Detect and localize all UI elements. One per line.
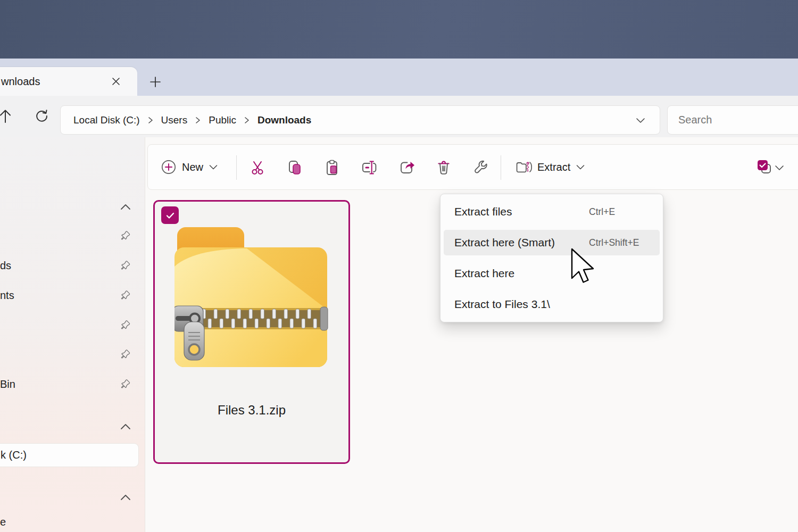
window-titlebar — [0, 0, 798, 59]
sidebar-item-recycle-bin[interactable]: Bin — [0, 372, 145, 396]
tab-close-button[interactable] — [109, 74, 123, 89]
chevron-up-icon — [120, 494, 131, 501]
navigate-up-button[interactable] — [0, 104, 17, 128]
wrench-icon — [472, 159, 489, 176]
sidebar-item-label: nts — [0, 284, 14, 307]
section-collapse-button[interactable] — [118, 492, 133, 503]
up-arrow-icon — [0, 108, 13, 124]
files-app-window: wnloads Local Disk (C: — [0, 0, 798, 532]
plus-circle-icon — [161, 159, 177, 175]
sidebar-item-label[interactable]: e — [0, 516, 6, 528]
navigation-bar: Local Disk (C:) Users Public Downloads S… — [0, 96, 798, 138]
copy-button[interactable] — [283, 156, 306, 179]
cut-button[interactable] — [246, 156, 269, 179]
rename-icon — [360, 159, 378, 176]
pin-icon[interactable] — [119, 289, 131, 301]
rename-button[interactable] — [357, 156, 380, 179]
breadcrumb-local-disk[interactable]: Local Disk (C:) — [73, 114, 140, 126]
address-dropdown-button[interactable] — [635, 117, 646, 124]
tab-bar: wnloads — [0, 59, 798, 96]
toolbar: New — [147, 144, 798, 190]
refresh-icon — [34, 108, 49, 124]
extract-button-label: Extract — [537, 161, 570, 173]
share-button[interactable] — [395, 156, 418, 179]
sidebar-item-label: Bin — [0, 372, 15, 396]
extract-button[interactable]: Extract — [515, 145, 585, 189]
section-collapse-button[interactable] — [118, 421, 133, 432]
share-icon — [398, 159, 415, 176]
sidebar-item-label: ds — [0, 254, 11, 277]
file-tile-files-zip[interactable]: Files 3.1.zip — [153, 200, 350, 464]
section-collapse-button[interactable] — [118, 202, 133, 212]
paste-button[interactable] — [320, 156, 344, 179]
cut-scissors-icon — [249, 159, 266, 176]
delete-button[interactable] — [432, 156, 455, 179]
search-input[interactable]: Search — [667, 105, 798, 135]
toolbar-separator — [236, 155, 237, 180]
toolbar-separator — [501, 155, 501, 180]
address-bar[interactable]: Local Disk (C:) Users Public Downloads — [60, 105, 660, 135]
search-placeholder: Search — [678, 114, 712, 126]
menu-item-label: Extract files — [454, 196, 512, 227]
menu-item-shortcut: Ctrl+Shift+E — [589, 227, 639, 258]
sidebar-item[interactable] — [0, 313, 145, 337]
menu-item-extract-to-folder[interactable]: Extract to Files 3.1\ — [440, 289, 663, 320]
tab-downloads[interactable]: wnloads — [0, 67, 137, 96]
menu-item-shortcut: Ctrl+E — [589, 196, 615, 227]
main-content: New — [145, 137, 798, 532]
new-button-label: New — [182, 161, 203, 173]
chevron-down-icon — [774, 164, 785, 171]
refresh-button[interactable] — [30, 104, 53, 128]
sidebar: ds nts Bin — [0, 137, 145, 532]
check-icon — [165, 210, 176, 221]
breadcrumb-chevron-icon[interactable] — [147, 116, 154, 124]
extract-zip-folder-icon — [515, 159, 532, 176]
selection-dropdown-button[interactable] — [770, 156, 788, 179]
menu-item-label: Extract here — [454, 258, 514, 289]
close-icon — [111, 77, 121, 86]
sidebar-item-label: k (C:) — [1, 444, 27, 467]
breadcrumb-public[interactable]: Public — [209, 114, 236, 126]
breadcrumb-chevron-icon[interactable] — [195, 116, 201, 124]
extract-context-menu: Extract files Ctrl+E Extract here (Smart… — [440, 194, 663, 322]
pin-icon[interactable] — [119, 230, 131, 242]
pin-icon[interactable] — [119, 348, 131, 360]
pin-icon[interactable] — [119, 260, 131, 271]
breadcrumb-users[interactable]: Users — [161, 114, 188, 126]
paste-clipboard-icon — [323, 159, 340, 176]
new-button[interactable]: New — [161, 145, 218, 189]
menu-item-extract-here[interactable]: Extract here — [440, 258, 663, 289]
zip-folder-icon — [174, 227, 329, 369]
breadcrumb-downloads[interactable]: Downloads — [257, 114, 311, 126]
sidebar-item[interactable] — [0, 224, 145, 247]
menu-item-extract-here-smart[interactable]: Extract here (Smart) Ctrl+Shift+E — [440, 227, 663, 258]
trash-icon — [435, 159, 452, 176]
chevron-down-icon — [209, 164, 218, 170]
menu-item-label: Extract here (Smart) — [454, 227, 555, 258]
pin-icon[interactable] — [119, 378, 131, 390]
chevron-up-icon — [120, 203, 131, 211]
sidebar-item[interactable] — [0, 343, 145, 366]
pin-icon[interactable] — [119, 319, 131, 331]
chevron-up-icon — [120, 423, 131, 430]
sidebar-item-downloads[interactable]: ds — [0, 254, 145, 277]
file-name-label: Files 3.1.zip — [155, 403, 348, 418]
sidebar-item-documents[interactable]: nts — [0, 284, 145, 307]
menu-item-extract-files[interactable]: Extract files Ctrl+E — [440, 196, 663, 227]
selection-checkbox[interactable] — [161, 206, 179, 224]
menu-item-label: Extract to Files 3.1\ — [454, 289, 550, 320]
properties-button[interactable] — [469, 156, 493, 179]
new-tab-button[interactable] — [147, 74, 163, 90]
plus-icon — [149, 76, 161, 88]
tab-title: wnloads — [1, 67, 40, 96]
chevron-down-icon — [576, 164, 585, 170]
breadcrumb-chevron-icon[interactable] — [244, 116, 250, 124]
copy-icon — [286, 159, 303, 176]
sidebar-item-local-disk[interactable]: k (C:) — [0, 443, 139, 467]
